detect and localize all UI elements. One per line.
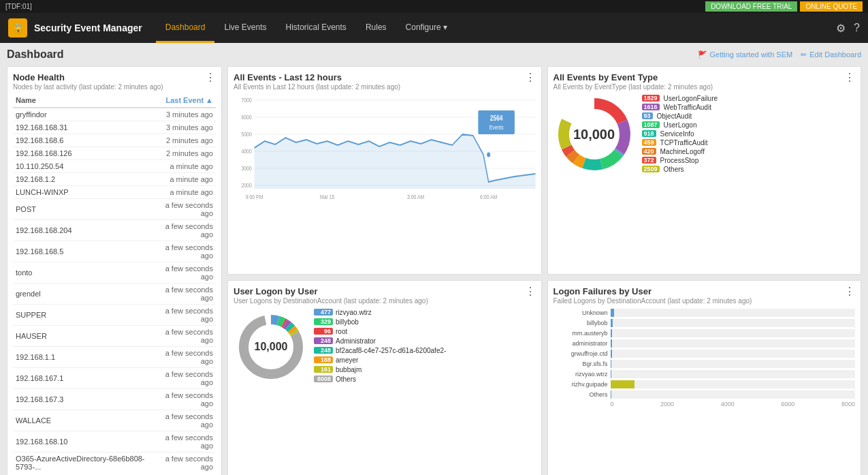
col-name[interactable]: Name xyxy=(13,93,155,108)
node-last-event: a few seconds ago xyxy=(155,453,216,474)
node-name: 192.168.167.3 xyxy=(13,389,155,410)
line-chart-svg: 7000 6000 5000 4000 3000 2000 2564 Event… xyxy=(234,93,536,202)
node-name: WALLACE xyxy=(13,410,155,431)
node-health-card: Node Health Nodes by last activity (last… xyxy=(7,66,222,475)
node-last-event: 3 minutes ago xyxy=(155,121,216,134)
svg-text:Mar 15: Mar 15 xyxy=(320,194,335,200)
svg-text:2564: 2564 xyxy=(490,114,503,122)
node-last-event: a few seconds ago xyxy=(155,368,216,389)
node-name: O365-AzureActiveDirectory-68e6b808-5793-… xyxy=(13,453,155,474)
table-row: 192.168.167.1a few seconds ago xyxy=(13,368,216,389)
svg-text:Events: Events xyxy=(489,124,504,131)
events-by-type-legend: 1829UserLogonFailure1616WebTrafficAudit9… xyxy=(642,95,718,174)
hbar-item: administrator xyxy=(553,339,856,348)
node-last-event: a few seconds ago xyxy=(155,431,216,453)
svg-point-16 xyxy=(487,152,491,157)
events-total: 10,000 xyxy=(573,127,615,142)
legend-item: 1087UserLogon xyxy=(642,121,718,129)
getting-started-link[interactable]: 🚩 Getting started with SEM xyxy=(698,50,793,59)
page-actions: 🚩 Getting started with SEM ✏ Edit Dashbo… xyxy=(698,50,862,59)
node-name: 192.168.168.10 xyxy=(13,431,155,453)
hbar-item: rizvyao.wtrz xyxy=(553,370,856,378)
user-logon-menu[interactable]: ⋮ xyxy=(525,286,536,297)
all-events-header: All Events - Last 12 hours All Events in… xyxy=(234,72,536,91)
page-title: Dashboard xyxy=(7,48,64,61)
node-last-event: a few seconds ago xyxy=(155,326,216,347)
legend-item: 2509Others xyxy=(642,166,718,173)
all-events-card: All Events - Last 12 hours All Events in… xyxy=(227,66,542,275)
table-row: HAUSERa few seconds ago xyxy=(13,326,216,347)
node-last-event: a few seconds ago xyxy=(155,389,216,410)
all-events-subtitle: All Events in Last 12 hours (last update… xyxy=(234,83,400,91)
legend-item: 372ProcessStop xyxy=(642,157,718,164)
logon-failures-title: Logon Failures by User xyxy=(553,286,752,296)
nav-historical-events[interactable]: Historical Events xyxy=(276,13,356,43)
bar-legend-item: 248bf2acaf8-c4e7-257c-d61a-6200afe2- xyxy=(314,347,536,354)
node-last-event: a few seconds ago xyxy=(155,220,216,241)
all-events-chart: 7000 6000 5000 4000 3000 2000 2564 Event… xyxy=(234,93,536,202)
quote-button[interactable]: ONLINE QUOTE xyxy=(800,1,863,12)
node-last-event: a few seconds ago xyxy=(155,199,216,220)
col-last-event[interactable]: Last Event ▲ xyxy=(155,93,216,108)
node-last-event: a few seconds ago xyxy=(155,241,216,262)
user-logon-donut: 10,000 xyxy=(234,309,308,384)
hbar-item: mm.austeryb xyxy=(553,329,856,337)
user-logon-title: User Logon by User xyxy=(234,286,428,296)
events-by-type-content: 10,000 1829UserLogonFailure1616WebTraffi… xyxy=(553,93,856,175)
bar-legend-item: 188ameyer xyxy=(314,356,536,364)
hbar-item: rizhv.guipade xyxy=(553,380,856,388)
help-icon[interactable]: ? xyxy=(854,22,860,34)
hbar-item: grwuffroje.ctd xyxy=(553,350,856,358)
bar-legend-item: 96root xyxy=(314,328,536,335)
table-row: grendela few seconds ago xyxy=(13,284,216,305)
svg-text:4000: 4000 xyxy=(241,148,252,155)
hbar-item: Bgr.sfs.fs xyxy=(553,360,856,368)
events-by-type-donut: 10,000 xyxy=(553,93,635,175)
node-name: SUPPER xyxy=(13,305,155,326)
svg-text:6000: 6000 xyxy=(241,114,252,121)
node-name: POST xyxy=(13,199,155,220)
events-by-type-title: All Events by Event Type xyxy=(553,72,713,82)
node-last-event: 2 minutes ago xyxy=(155,147,216,160)
dashboard-grid: Node Health Nodes by last activity (last… xyxy=(7,66,861,475)
events-by-type-menu[interactable]: ⋮ xyxy=(844,72,855,83)
nav-right: ⚙ ? xyxy=(836,22,860,35)
table-row: gryffindor3 minutes ago xyxy=(13,108,216,121)
node-name: 192.168.168.6 xyxy=(13,134,155,147)
table-row: 10.110.250.54a minute ago xyxy=(13,160,216,173)
node-table: Name Last Event ▲ gryffindor3 minutes ag… xyxy=(13,93,216,473)
trial-button[interactable]: DOWNLOAD FREE TRIAL xyxy=(705,1,797,12)
user-logon-header: User Logon by User User Logons by Destin… xyxy=(234,286,536,305)
nav-configure[interactable]: Configure ▾ xyxy=(396,13,457,43)
all-events-menu[interactable]: ⋮ xyxy=(525,72,536,83)
legend-item: 1829UserLogonFailure xyxy=(642,95,718,102)
edit-dashboard-link[interactable]: ✏ Edit Dashboard xyxy=(801,50,861,59)
nav-bar: 🔒 Security Event Manager Dashboard Live … xyxy=(0,13,868,43)
node-last-event: a few seconds ago xyxy=(155,262,216,284)
legend-item: 1616WebTrafficAudit xyxy=(642,104,718,111)
svg-text:6:00 AM: 6:00 AM xyxy=(480,194,498,200)
svg-text:9:00 PM: 9:00 PM xyxy=(246,194,263,200)
table-row: 192.168.167.3a few seconds ago xyxy=(13,389,216,410)
bar-legend-item: 8008Others xyxy=(314,376,536,383)
nav-links: Dashboard Live Events Historical Events … xyxy=(156,13,836,43)
table-row: 192.168.168.1262 minutes ago xyxy=(13,147,216,160)
table-row: WALLACEa few seconds ago xyxy=(13,410,216,431)
logon-failures-subtitle: Failed Logons by DestinationAccount (las… xyxy=(553,297,752,305)
svg-text:3000: 3000 xyxy=(241,165,252,172)
logon-failures-menu[interactable]: ⋮ xyxy=(844,286,855,297)
nav-dashboard[interactable]: Dashboard xyxy=(156,13,215,43)
user-logon-card: User Logon by User User Logons by Destin… xyxy=(227,280,542,476)
legend-item: 918ServiceInfo xyxy=(642,130,718,138)
nav-live-events[interactable]: Live Events xyxy=(214,13,276,43)
legend-item: 420MachineLogoff xyxy=(642,148,718,155)
node-health-menu[interactable]: ⋮ xyxy=(205,72,216,83)
table-row: O365-AzureActiveDirectory-68e6b808-5793-… xyxy=(13,453,216,474)
bar-legend-item: 329billybob xyxy=(314,318,536,326)
node-last-event: a few seconds ago xyxy=(155,284,216,305)
logon-failures-card: Logon Failures by User Failed Logons by … xyxy=(547,280,862,476)
settings-icon[interactable]: ⚙ xyxy=(836,22,846,35)
svg-text:5000: 5000 xyxy=(241,131,252,138)
nav-rules[interactable]: Rules xyxy=(356,13,396,43)
node-health-title: Node Health xyxy=(13,72,163,82)
